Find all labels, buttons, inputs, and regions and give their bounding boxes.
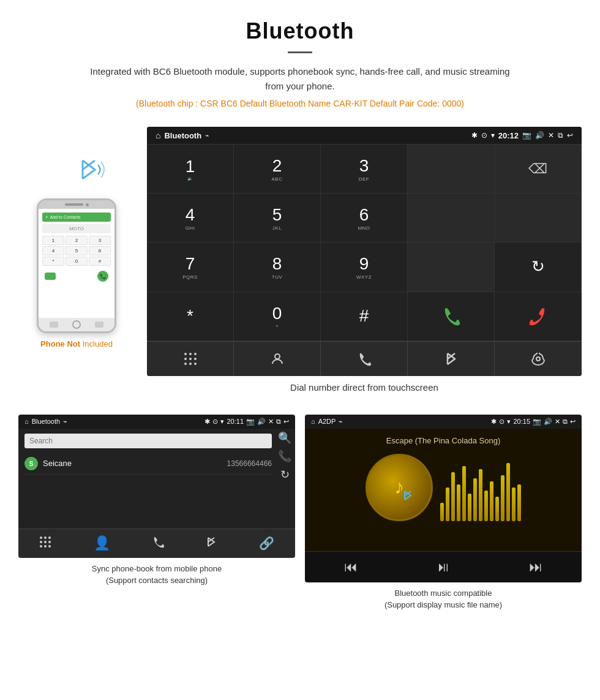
nav-calls[interactable] [321, 342, 408, 376]
location-status-icon: ⊙ [481, 131, 487, 140]
bluetooth-status-icon: ✱ [471, 131, 478, 140]
phone-key-2[interactable]: 2 [66, 236, 88, 245]
pb-nav-link-icon[interactable]: 🔗 [259, 536, 274, 551]
pb-nav-call-icon[interactable] [152, 536, 164, 551]
pb-back-icon[interactable]: ↩ [283, 418, 289, 426]
pb-search-row [24, 434, 272, 448]
svg-point-2 [194, 353, 197, 355]
pb-window-icon[interactable]: ⧉ [276, 418, 281, 426]
key-hash[interactable]: # [321, 292, 408, 341]
music-status-bar: ⌂ A2DP ⌁ ✱ ⊙ ▾ 20:15 📷 🔊 ✕ ⧉ ↩ [305, 415, 582, 429]
music-caption: Bluetooth music compatible(Support displ… [305, 587, 582, 611]
pb-call-action-icon[interactable]: 📞 [278, 450, 291, 463]
phone-key-4[interactable]: 4 [42, 246, 64, 255]
music-vol-icon: 🔊 [544, 418, 552, 426]
music-screenshot-block: ⌂ A2DP ⌁ ✱ ⊙ ▾ 20:15 📷 🔊 ✕ ⧉ ↩ E [305, 415, 582, 611]
svg-point-9 [275, 354, 280, 359]
key-7[interactable]: 7PQRS [147, 243, 234, 292]
music-window-icon[interactable]: ⧉ [563, 418, 568, 426]
key-1[interactable]: 1🔉 [147, 145, 234, 194]
eq-bar-13 [506, 463, 510, 521]
eq-bar-1 [440, 503, 444, 521]
call-button[interactable] [408, 292, 495, 341]
phone-key-hash[interactable]: # [89, 257, 111, 266]
dial-section: ⌂ Bluetooth ⌁ ✱ ⊙ ▾ 20:12 📷 🔊 ✕ ⧉ ↩ [147, 127, 582, 405]
key-0[interactable]: 0+ [234, 292, 321, 341]
key-8[interactable]: 8TUV [234, 243, 321, 292]
music-prev-button[interactable]: ⏮ [344, 559, 358, 575]
pb-nav-keypad-icon[interactable] [39, 536, 51, 551]
pb-close-icon[interactable]: ✕ [268, 418, 274, 426]
pb-search-input[interactable] [24, 434, 272, 448]
nav-keypad[interactable] [147, 342, 234, 376]
home-icon[interactable]: ⌂ [156, 130, 160, 140]
svg-point-8 [194, 363, 197, 365]
music-back-icon[interactable]: ↩ [570, 418, 576, 426]
key-star[interactable]: * [147, 292, 234, 341]
backspace-key[interactable]: ⌫ [495, 145, 582, 194]
close-status-icon[interactable]: ✕ [548, 131, 554, 140]
phone-key-6[interactable]: 6 [89, 246, 111, 255]
pb-right-action-bar: 🔍 📞 ↻ [278, 429, 295, 529]
music-next-button[interactable]: ⏭ [529, 559, 542, 575]
svg-point-14 [40, 541, 42, 543]
phone-mockup: + Add to Contacts MOTO 1 2 3 4 5 6 * 0 # [37, 198, 116, 333]
music-bt-overlay-icon [403, 489, 413, 503]
pb-home-icon[interactable]: ⌂ [24, 418, 29, 425]
eq-bar-2 [446, 487, 449, 521]
key-6[interactable]: 6MNO [321, 194, 408, 243]
music-controls: ⏮ ⏯ ⏭ [305, 551, 582, 582]
eq-bar-10 [490, 481, 493, 521]
nav-contacts[interactable] [234, 342, 321, 376]
end-call-button[interactable] [495, 292, 582, 341]
phonebook-screenshot-block: ⌂ Bluetooth ⌁ ✱ ⊙ ▾ 20:11 📷 🔊 ✕ ⧉ ↩ [18, 415, 295, 611]
svg-point-18 [44, 545, 47, 548]
phone-key-1[interactable]: 1 [42, 236, 64, 245]
main-content: + Add to Contacts MOTO 1 2 3 4 5 6 * 0 # [0, 127, 600, 405]
eq-bar-12 [501, 475, 504, 521]
key-9[interactable]: 9WXYZ [321, 243, 408, 292]
pb-nav-contact-icon[interactable]: 👤 [94, 535, 110, 551]
phone-key-star[interactable]: * [42, 257, 64, 266]
key-2[interactable]: 2ABC [234, 145, 321, 194]
pb-status-bar: ⌂ Bluetooth ⌁ ✱ ⊙ ▾ 20:11 📷 🔊 ✕ ⧉ ↩ [18, 415, 295, 429]
svg-point-11 [40, 536, 42, 539]
dial-screen-title: Bluetooth [164, 131, 201, 140]
nav-settings[interactable] [495, 342, 582, 376]
key-4[interactable]: 4GHI [147, 194, 234, 243]
svg-point-3 [184, 358, 187, 360]
music-wifi-icon: ▾ [507, 418, 511, 426]
bluetooth-waves-icon [70, 151, 107, 194]
key-3[interactable]: 3DEF [321, 145, 408, 194]
eq-bar-14 [512, 487, 516, 521]
dial-bottom-nav [147, 341, 582, 376]
music-playpause-button[interactable]: ⏯ [437, 559, 450, 575]
phone-key-5[interactable]: 5 [66, 246, 88, 255]
music-home-icon[interactable]: ⌂ [311, 418, 315, 425]
phonebook-screen: ⌂ Bluetooth ⌁ ✱ ⊙ ▾ 20:11 📷 🔊 ✕ ⧉ ↩ [18, 415, 295, 558]
phone-bottom-bar [39, 318, 114, 331]
header-divider [288, 51, 312, 53]
pb-bottom-nav: 👤 🔗 [18, 529, 295, 558]
window-status-icon[interactable]: ⧉ [558, 131, 563, 140]
eq-bar-5 [462, 466, 466, 521]
nav-bluetooth[interactable] [408, 342, 495, 376]
refresh-key[interactable]: ↻ [495, 243, 582, 292]
eq-bar-4 [457, 484, 460, 521]
phone-key-0[interactable]: 0 [66, 257, 88, 266]
music-main-area: ♪ [312, 454, 574, 521]
display-area [408, 145, 495, 194]
pb-refresh-action-icon[interactable]: ↻ [280, 468, 290, 481]
svg-point-6 [184, 363, 187, 365]
music-close-icon[interactable]: ✕ [555, 418, 560, 426]
key-5[interactable]: 5JKL [234, 194, 321, 243]
phone-key-3[interactable]: 3 [89, 236, 111, 245]
page-header: Bluetooth Integrated with BC6 Bluetooth … [0, 0, 600, 127]
status-time: 20:12 [498, 131, 519, 140]
svg-point-7 [189, 363, 192, 365]
dial-caption: Dial number direct from touchscreen [147, 382, 582, 393]
pb-nav-bt-icon[interactable] [206, 535, 217, 552]
back-status-icon[interactable]: ↩ [567, 131, 573, 140]
phone-not-included-label: Phone Not Included [40, 339, 113, 348]
pb-search-action-icon[interactable]: 🔍 [278, 431, 291, 445]
